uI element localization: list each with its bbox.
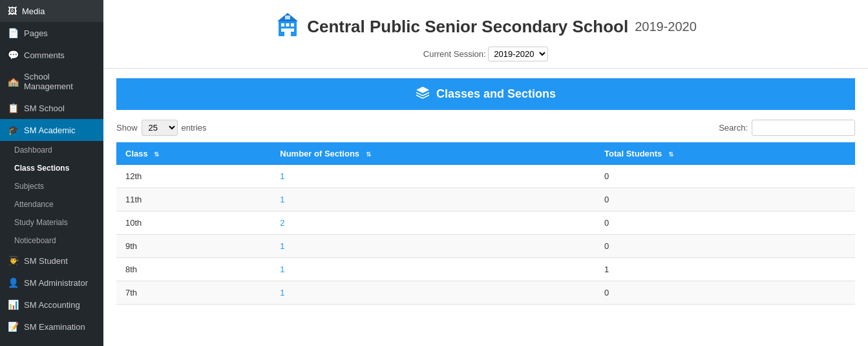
sidebar-label-sm-school: SM School	[24, 103, 65, 113]
school-year: 2019-2020	[635, 19, 697, 34]
cell-sections: 2	[271, 211, 595, 235]
cell-class: 12th	[116, 165, 271, 188]
entries-label: entries	[182, 123, 207, 133]
school-management-icon: 🏫	[8, 76, 19, 87]
sidebar-label-media: Media	[22, 6, 45, 16]
sm-academic-icon: 🎓	[8, 125, 19, 135]
sidebar-label-sm-administrator: SM Administrator	[24, 278, 88, 288]
table-row: 7th10	[116, 281, 855, 305]
cell-students: 0	[595, 211, 855, 235]
sidebar-item-noticeboard[interactable]: Noticeboard	[0, 232, 103, 250]
sidebar-item-study-materials[interactable]: Study Materials	[0, 213, 103, 232]
col-students[interactable]: Total Students ⇅	[595, 142, 855, 165]
search-box: Search:	[719, 120, 855, 136]
cell-class: 8th	[116, 258, 271, 281]
sm-examination-icon: 📝	[8, 321, 19, 332]
table-row: 8th11	[116, 258, 855, 281]
sidebar-item-media[interactable]: 🖼Media	[0, 0, 103, 22]
svg-rect-3	[291, 23, 294, 27]
svg-rect-2	[286, 23, 290, 27]
cell-sections: 1	[271, 165, 595, 188]
page-header: Central Public Senior Secondary School 2…	[103, 0, 868, 69]
cell-class: 7th	[116, 281, 271, 305]
table-row: 9th10	[116, 235, 855, 258]
search-label: Search:	[719, 123, 748, 133]
sidebar-item-subjects[interactable]: Subjects	[0, 177, 103, 195]
svg-marker-9	[416, 87, 429, 93]
sections-link[interactable]: 1	[280, 171, 284, 181]
sections-link[interactable]: 1	[280, 288, 284, 297]
sections-link[interactable]: 1	[280, 195, 284, 204]
sections-link[interactable]: 1	[280, 265, 284, 274]
content-area: Classes and Sections Show 25 10 50 100 e…	[103, 69, 868, 346]
sm-administrator-icon: 👤	[8, 277, 19, 288]
table-controls: Show 25 10 50 100 entries Search:	[116, 120, 855, 136]
sidebar: 🖼Media📄Pages💬Comments🏫School Management📋…	[0, 0, 103, 346]
comments-icon: 💬	[8, 50, 19, 60]
sidebar-item-school-management[interactable]: 🏫School Management	[0, 66, 103, 97]
cell-class: 9th	[116, 235, 271, 258]
cell-sections: 1	[271, 281, 595, 305]
section-header: Classes and Sections	[116, 78, 855, 110]
sidebar-item-pages[interactable]: 📄Pages	[0, 22, 103, 44]
sidebar-label-sm-student: SM Student	[24, 256, 68, 266]
cell-students: 0	[595, 188, 855, 211]
media-icon: 🖼	[8, 6, 17, 16]
search-input[interactable]	[752, 120, 855, 136]
sm-accounting-icon: 📊	[8, 299, 19, 310]
sidebar-item-class-sections[interactable]: Class Sections	[0, 159, 103, 177]
cell-sections: 1	[271, 188, 595, 211]
sidebar-label-sm-examination: SM Examination	[24, 322, 85, 332]
svg-rect-5	[291, 28, 294, 32]
sidebar-label-comments: Comments	[24, 50, 65, 60]
sort-class-icon: ⇅	[154, 151, 159, 158]
col-sections[interactable]: Number of Sections ⇅	[271, 142, 595, 165]
sidebar-item-sm-examination[interactable]: 📝SM Examination	[0, 316, 103, 338]
cell-students: 1	[595, 258, 855, 281]
cell-students: 0	[595, 235, 855, 258]
svg-rect-8	[285, 16, 290, 19]
session-label: Current Session:	[423, 49, 486, 59]
sidebar-label-class-sections: Class Sections	[14, 164, 69, 173]
sections-link[interactable]: 2	[280, 218, 284, 228]
table-row: 10th20	[116, 211, 855, 235]
sidebar-label-attendance: Attendance	[14, 200, 54, 209]
sort-students-icon: ⇅	[668, 151, 673, 158]
sidebar-item-dashboard[interactable]: Dashboard	[0, 141, 103, 159]
cell-students: 0	[595, 281, 855, 305]
sidebar-item-sm-academic[interactable]: 🎓SM Academic	[0, 119, 103, 141]
sidebar-item-sm-school[interactable]: 📋SM School	[0, 97, 103, 119]
sidebar-item-sm-accounting[interactable]: 📊SM Accounting	[0, 294, 103, 316]
table-row: 11th10	[116, 188, 855, 211]
cell-sections: 1	[271, 235, 595, 258]
sm-school-icon: 📋	[8, 103, 19, 113]
show-entries: Show 25 10 50 100 entries	[116, 120, 207, 136]
classes-table: Class ⇅ Number of Sections ⇅ Total Stude…	[116, 142, 855, 305]
cell-class: 10th	[116, 211, 271, 235]
cell-students: 0	[595, 165, 855, 188]
sidebar-label-dashboard: Dashboard	[14, 146, 52, 155]
session-select[interactable]: 2019-2020	[488, 47, 548, 61]
sort-sections-icon: ⇅	[366, 151, 371, 158]
sidebar-label-subjects: Subjects	[14, 182, 44, 191]
cell-sections: 1	[271, 258, 595, 281]
col-class[interactable]: Class ⇅	[116, 142, 271, 165]
svg-rect-4	[281, 28, 284, 32]
section-title: Classes and Sections	[436, 87, 556, 101]
sidebar-item-sm-student[interactable]: 👨‍🎓SM Student	[0, 250, 103, 272]
school-icon	[275, 12, 301, 41]
school-name: Central Public Senior Secondary School	[307, 17, 628, 37]
svg-rect-6	[284, 28, 291, 36]
sidebar-item-comments[interactable]: 💬Comments	[0, 44, 103, 66]
sidebar-label-sm-academic: SM Academic	[24, 125, 75, 135]
entries-select[interactable]: 25 10 50 100	[142, 120, 178, 136]
sidebar-item-sm-administrator[interactable]: 👤SM Administrator	[0, 272, 103, 294]
cell-class: 11th	[116, 188, 271, 211]
sidebar-label-sm-accounting: SM Accounting	[24, 300, 80, 310]
pages-icon: 📄	[8, 28, 19, 38]
layers-icon	[416, 86, 430, 102]
main-content: Central Public Senior Secondary School 2…	[103, 0, 868, 346]
sections-link[interactable]: 1	[280, 241, 284, 251]
sidebar-item-attendance[interactable]: Attendance	[0, 195, 103, 213]
show-label: Show	[116, 123, 138, 133]
